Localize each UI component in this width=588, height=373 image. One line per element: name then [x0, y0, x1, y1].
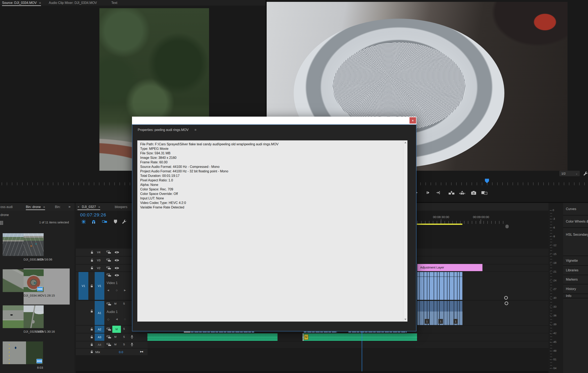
project-item[interactable]: 15:20 — [0, 305, 24, 341]
voiceover-mic-icon[interactable] — [131, 335, 133, 339]
timeline-scrollbar[interactable] — [76, 371, 548, 373]
tab-overflow-icon[interactable]: » — [68, 205, 71, 209]
panel-menu-icon[interactable]: ≡ — [39, 0, 41, 5]
panel-menu-icon[interactable]: ≡ — [98, 205, 100, 209]
timeline-ruler[interactable] — [417, 221, 505, 224]
mute-button[interactable]: M — [113, 302, 118, 305]
panel-menu-icon[interactable]: ≡ — [195, 128, 196, 132]
sync-lock-icon[interactable] — [106, 343, 111, 346]
solo-button[interactable]: S — [121, 302, 127, 305]
mute-button[interactable]: M — [112, 326, 121, 333]
mute-button[interactable]: M — [113, 343, 118, 346]
project-item[interactable]: 8:03 — [0, 341, 24, 373]
close-tab-icon[interactable]: × — [77, 205, 79, 209]
sync-lock-icon[interactable] — [106, 251, 111, 254]
track-target-a3[interactable]: A3 — [95, 333, 104, 341]
panel-tab[interactable]: History — [563, 284, 588, 294]
solo-button[interactable]: S — [121, 343, 127, 346]
solo-button[interactable]: S — [121, 327, 127, 330]
sync-lock-icon[interactable] — [106, 259, 111, 262]
step-forward-icon[interactable] — [426, 191, 430, 194]
lock-icon[interactable] — [90, 350, 94, 353]
scroll-handle-icon[interactable] — [504, 296, 508, 300]
dialog-titlebar[interactable]: x — [132, 117, 416, 124]
source-patch-v1[interactable]: V1 — [78, 272, 88, 300]
tab-audio-clip-mixer[interactable]: Audio Clip Mixer: DJI_0334.MOV — [49, 0, 97, 5]
playback-resolution-select[interactable]: 1/2 ⌄ — [559, 171, 580, 176]
linked-selection-icon[interactable] — [102, 220, 107, 224]
add-keyframe-icon[interactable]: ◇ — [116, 289, 118, 292]
track-output-eye-icon[interactable] — [114, 251, 119, 254]
properties-text-area[interactable]: File Path: F:\Cars Sprayed\Silver flake … — [137, 140, 408, 321]
solo-button[interactable]: S — [121, 335, 127, 338]
tab-bin-drone[interactable]: Bin: drone ≡ — [26, 204, 45, 210]
panel-tab[interactable]: Vignette — [563, 256, 588, 266]
lock-icon[interactable] — [90, 328, 94, 331]
green-audio-clip[interactable] — [147, 333, 277, 341]
track-name[interactable]: Video 1 — [106, 281, 118, 285]
timeline-settings-wrench-icon[interactable] — [122, 219, 127, 224]
track-label[interactable]: V3 — [97, 259, 103, 262]
track-output-eye-icon[interactable] — [114, 274, 119, 277]
track-label[interactable]: V2 — [97, 266, 103, 270]
clip-thumbnail[interactable] — [24, 305, 44, 328]
track-output-eye-icon[interactable] — [114, 259, 119, 262]
scroll-handle-icon[interactable] — [504, 301, 508, 305]
mix-volume-value[interactable]: 0.0 — [119, 350, 123, 354]
tab-sequence-bloopers[interactable]: bloopers — [115, 204, 127, 209]
track-target-a1[interactable]: A1 — [95, 301, 104, 325]
lock-icon[interactable] — [91, 266, 94, 270]
sync-lock-icon[interactable] — [106, 274, 111, 277]
project-item[interactable]: DJI_0328.MOV 1:30:16 — [24, 305, 70, 341]
tab-source-monitor[interactable]: Source: DJI_0334.MOV ≡ — [2, 0, 41, 6]
prev-keyframe-icon[interactable]: ◀ — [116, 318, 118, 321]
tab-text[interactable]: Text — [111, 0, 117, 5]
project-item[interactable]: 8:16 — [0, 232, 24, 269]
voiceover-mic-icon[interactable] — [131, 343, 133, 347]
track-name[interactable]: Audio 1 — [106, 310, 118, 314]
sync-lock-icon[interactable] — [106, 328, 111, 331]
track-lane-a4[interactable] — [147, 342, 548, 348]
track-output-eye-icon[interactable] — [114, 267, 119, 269]
scroll-down-icon[interactable] — [404, 319, 406, 320]
tab-sequence-dji-0327[interactable]: × DJI_0327 ≡ — [77, 204, 100, 210]
track-target-v1[interactable]: V1 — [95, 272, 104, 300]
project-item[interactable]: DJI_0334.MOV 1:28:15 — [24, 269, 70, 305]
snap-magnet-icon[interactable] — [92, 219, 96, 224]
tab-project-bin-audi[interactable]: oss audi — [0, 204, 13, 209]
green-audio-clip[interactable]: fx — [303, 333, 417, 341]
lock-icon[interactable] — [91, 251, 94, 254]
search-box-fragment[interactable] — [0, 221, 3, 225]
panel-menu-icon[interactable]: ≡ — [43, 205, 45, 209]
bowtie-pan-icon[interactable]: ▶◀ — [140, 350, 142, 353]
settings-wrench-icon[interactable] — [583, 171, 588, 176]
clip-thumbnail[interactable] — [3, 342, 43, 364]
panel-tab[interactable]: Markers — [563, 275, 588, 284]
track-label[interactable]: V4 — [97, 251, 103, 254]
mute-button[interactable]: M — [113, 335, 118, 338]
panel-tab[interactable]: HSL Secondary — [563, 228, 588, 256]
close-icon[interactable]: x — [410, 117, 416, 124]
clip-thumbnail[interactable] — [24, 233, 44, 256]
project-item[interactable]: 4:35:21 — [0, 269, 24, 305]
track-target-a2[interactable]: A2 — [95, 326, 104, 333]
sync-lock-icon[interactable] — [106, 302, 111, 306]
comparison-view-icon[interactable] — [481, 191, 487, 195]
scrollbar[interactable] — [403, 140, 408, 321]
scroll-up-icon[interactable] — [404, 142, 406, 143]
export-frame-icon[interactable] — [471, 191, 476, 195]
prev-keyframe-icon[interactable]: ◀ — [107, 289, 109, 292]
panel-tab[interactable]: Info — [563, 294, 588, 298]
add-marker-icon[interactable] — [114, 220, 117, 224]
timeline-playhead-line[interactable] — [362, 332, 362, 371]
lock-icon[interactable] — [91, 259, 94, 262]
track-target-a4[interactable]: A4 — [95, 342, 104, 348]
panel-tab[interactable]: Color Wheels & Match — [563, 216, 588, 228]
add-keyframe-icon[interactable]: ◇ — [124, 318, 126, 321]
panel-tab[interactable]: Curves — [563, 203, 588, 216]
audio-clip-group[interactable]: 1 1 1 — [417, 301, 462, 325]
lock-icon[interactable] — [90, 343, 94, 346]
sync-lock-icon[interactable] — [106, 335, 111, 339]
scrollbar-nub[interactable] — [505, 225, 509, 228]
insert-icon[interactable] — [436, 191, 440, 194]
